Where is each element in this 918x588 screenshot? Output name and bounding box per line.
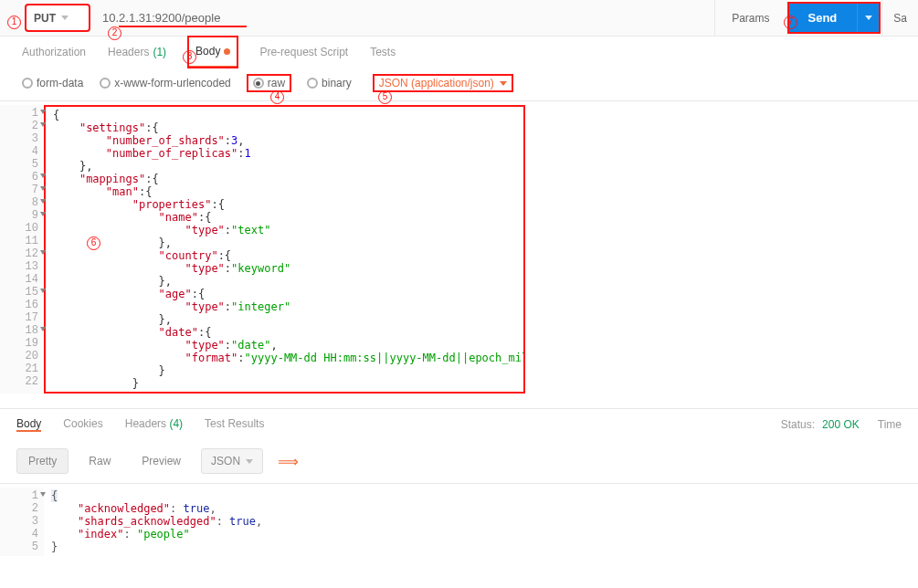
code-line: "date":{ <box>53 326 516 339</box>
code-line: "type":"text" <box>53 224 516 236</box>
code-line: { <box>53 109 516 121</box>
annotation-3: 3 <box>183 49 196 64</box>
radio-binary[interactable]: binary <box>307 77 352 89</box>
annotation-5: 5 <box>378 89 392 104</box>
response-format-bar: Pretty Raw Preview JSON ⟹ <box>0 439 918 483</box>
time-label: Time <box>878 418 902 431</box>
save-button[interactable]: Sa <box>881 0 918 36</box>
fmt-pretty[interactable]: Pretty <box>16 448 69 474</box>
radio-form-data[interactable]: form-data <box>22 77 83 89</box>
modified-dot-icon <box>224 48 230 55</box>
code-line: "type":"integer" <box>53 300 516 313</box>
fmt-preview[interactable]: Preview <box>131 449 192 473</box>
editor-gutter: 1 2 3 4 5 6 7 8 9 10 11 12 13 14 15 16 1… <box>0 105 44 394</box>
resp-line: "acknowledged": true, <box>51 502 911 515</box>
code-line: } <box>53 364 516 377</box>
wrap-lines-icon[interactable]: ⟹ <box>272 451 304 472</box>
tab-authorization[interactable]: Authorization <box>22 37 86 68</box>
radio-urlencoded[interactable]: x-www-form-urlencoded <box>100 77 230 89</box>
status-label: Status: <box>781 418 815 431</box>
resp-tab-headers[interactable]: Headers (4) <box>125 417 183 430</box>
status-value: 200 OK <box>822 418 860 431</box>
response-tabs: Body Cookies Headers (4) Test Results St… <box>0 408 918 439</box>
code-line: "settings":{ <box>53 121 516 134</box>
resp-headers-count: (4) <box>169 417 183 430</box>
annotation-2: 2 <box>108 26 121 40</box>
tab-headers[interactable]: Headers (1) <box>108 37 166 68</box>
resp-line: "shards_acknowledged": true, <box>51 515 911 528</box>
fmt-raw[interactable]: Raw <box>78 449 121 473</box>
resp-tab-tests[interactable]: Test Results <box>205 417 264 430</box>
send-dropdown-button[interactable] <box>857 3 880 33</box>
code-line: "name":{ <box>53 211 516 224</box>
annotation-underline-url <box>119 26 247 27</box>
annotation-4: 4 <box>270 89 284 104</box>
code-line: "country":{ <box>53 249 516 262</box>
code-line: "type":"date", <box>53 339 516 352</box>
annotation-6: 6 <box>87 236 100 250</box>
code-line: "mappings":{ <box>53 173 516 185</box>
code-line: }, <box>53 236 516 249</box>
code-line: }, <box>53 313 516 326</box>
chevron-down-icon <box>61 16 69 20</box>
chevron-down-icon <box>246 459 253 464</box>
http-method-value: PUT <box>34 12 56 25</box>
request-tabs: Authorization Headers (1) Body Pre-reque… <box>0 37 918 68</box>
annotation-7: 7 <box>784 15 797 29</box>
resp-line: } <box>51 541 911 553</box>
response-body-editor[interactable]: 1 2 3 4 5 { "acknowledged": true, "shard… <box>0 483 918 556</box>
tab-tests[interactable]: Tests <box>370 37 396 68</box>
code-line: "number_of_shards":3, <box>53 134 516 147</box>
content-type-selector[interactable]: JSON (application/json) <box>374 75 512 91</box>
headers-count: (1) <box>153 46 166 58</box>
request-body-editor[interactable]: 1 2 3 4 5 6 7 8 9 10 11 12 13 14 15 16 1… <box>0 100 918 394</box>
request-bar: PUT Params Send Sa <box>0 0 918 37</box>
code-line: "man":{ <box>53 185 516 198</box>
code-line: "format":"yyyy-MM-dd HH:mm:ss||yyyy-MM-d… <box>53 352 516 364</box>
code-line: "number_of_replicas":1 <box>53 147 516 160</box>
fmt-lang-selector[interactable]: JSON <box>201 448 263 474</box>
body-type-options: form-data x-www-form-urlencoded raw bina… <box>0 68 918 100</box>
code-line: }, <box>53 275 516 288</box>
chevron-down-icon <box>865 16 872 20</box>
send-button[interactable]: Send <box>788 3 858 33</box>
params-button[interactable]: Params <box>714 0 786 36</box>
code-line: "type":"keyword" <box>53 262 516 275</box>
code-line: "age":{ <box>53 288 516 300</box>
resp-gutter: 1 2 3 4 5 <box>0 488 44 556</box>
url-input[interactable] <box>93 0 714 36</box>
tab-prerequest[interactable]: Pre-request Script <box>259 37 348 68</box>
code-line: "properties":{ <box>53 198 516 211</box>
resp-tab-body[interactable]: Body <box>16 417 41 432</box>
chevron-down-icon <box>500 81 507 86</box>
resp-tab-cookies[interactable]: Cookies <box>63 417 102 430</box>
resp-line: { <box>51 489 911 502</box>
http-method-selector[interactable]: PUT <box>26 5 90 31</box>
annotation-1: 1 <box>7 15 21 29</box>
code-line: }, <box>53 160 516 173</box>
code-line: } <box>53 377 516 390</box>
resp-line: "index": "people" <box>51 528 911 541</box>
